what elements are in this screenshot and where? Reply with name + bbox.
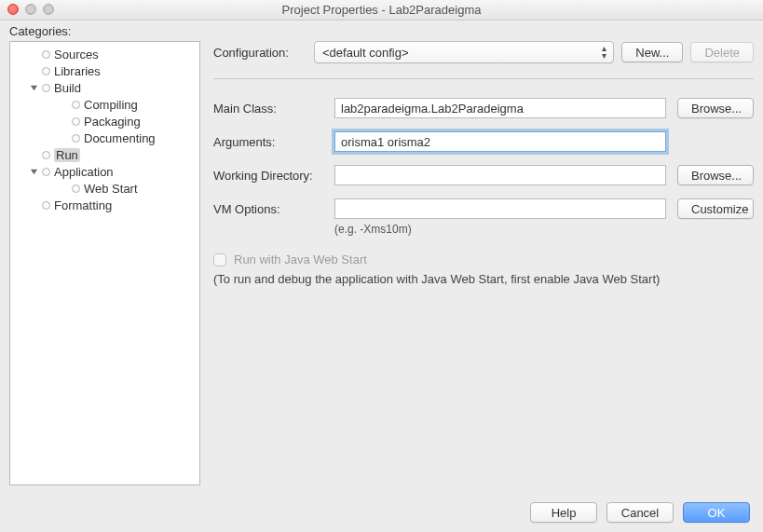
tree-item-build[interactable]: Build <box>10 79 199 96</box>
bullet-icon <box>42 151 50 159</box>
working-directory-input[interactable] <box>334 165 666 185</box>
arguments-input[interactable] <box>334 131 666 152</box>
delete-config-button: Delete <box>690 42 754 62</box>
tree-item-sources[interactable]: Sources <box>10 46 199 62</box>
tree-item-label: Compiling <box>84 98 138 112</box>
tree-item-documenting[interactable]: Documenting <box>10 130 199 146</box>
bullet-icon <box>42 67 50 75</box>
bullet-icon <box>72 117 80 126</box>
tree-item-label: Formatting <box>54 198 112 212</box>
main-pane: Configuration: <default config> ▴▾ New..… <box>213 41 754 485</box>
browse-workdir-button[interactable]: Browse... <box>677 165 754 185</box>
close-icon[interactable] <box>7 4 19 15</box>
tree-item-libraries[interactable]: Libraries <box>10 62 199 79</box>
vm-options-input[interactable] <box>334 198 666 219</box>
arguments-label: Arguments: <box>213 135 323 149</box>
categories-tree[interactable]: SourcesLibrariesBuildCompilingPackagingD… <box>9 41 200 485</box>
cancel-button[interactable]: Cancel <box>606 502 674 523</box>
twisty-placeholder <box>59 133 68 143</box>
vm-options-label: VM Options: <box>213 202 323 216</box>
webstart-checkbox-label: Run with Java Web Start <box>234 252 367 266</box>
main-class-input[interactable] <box>334 98 666 118</box>
webstart-note: (To run and debug the application with J… <box>213 272 754 286</box>
chevron-down-icon[interactable] <box>29 167 38 176</box>
tree-item-formatting[interactable]: Formatting <box>10 197 199 213</box>
configuration-selected: <default config> <box>322 46 409 60</box>
twisty-placeholder <box>29 66 38 75</box>
webstart-checkbox-row: Run with Java Web Start <box>213 252 754 266</box>
svg-marker-0 <box>30 85 36 89</box>
tree-item-application[interactable]: Application <box>10 163 199 180</box>
twisty-placeholder <box>59 100 68 109</box>
bullet-icon <box>72 134 80 143</box>
main-class-row: Main Class: Browse... <box>213 98 754 118</box>
bullet-icon <box>42 201 50 210</box>
configuration-combo[interactable]: <default config> ▴▾ <box>314 41 614 63</box>
bullet-icon <box>72 101 80 109</box>
twisty-placeholder <box>59 116 68 126</box>
new-config-button[interactable]: New... <box>621 42 683 62</box>
bullet-icon <box>42 168 50 176</box>
configuration-row: Configuration: <default config> ▴▾ New..… <box>213 41 754 79</box>
tree-item-web-start[interactable]: Web Start <box>10 180 199 197</box>
webstart-checkbox <box>213 253 226 266</box>
tree-item-run[interactable]: Run <box>10 146 199 163</box>
vm-options-row: VM Options: Customize <box>213 198 754 219</box>
tree-item-label: Libraries <box>54 64 101 78</box>
customize-vm-button[interactable]: Customize <box>677 198 754 219</box>
dialog-footer: Help Cancel OK <box>530 502 750 523</box>
working-directory-label: Working Directory: <box>213 169 323 183</box>
bullet-icon <box>42 84 50 92</box>
tree-item-label: Build <box>54 81 81 95</box>
minimize-icon <box>25 4 36 15</box>
ok-button[interactable]: OK <box>683 502 750 523</box>
twisty-placeholder <box>29 200 38 210</box>
tree-item-packaging[interactable]: Packaging <box>10 113 199 130</box>
help-button[interactable]: Help <box>530 502 597 523</box>
window-title: Project Properties - Lab2Paradeigma <box>282 3 482 17</box>
arguments-row: Arguments: <box>213 131 754 152</box>
categories-label: Categories: <box>9 24 71 38</box>
traffic-lights <box>7 4 54 15</box>
tree-item-compiling[interactable]: Compiling <box>10 96 199 113</box>
updown-icon: ▴▾ <box>602 45 606 60</box>
chevron-down-icon[interactable] <box>29 83 38 92</box>
tree-item-label: Application <box>54 165 114 179</box>
bullet-icon <box>72 184 80 193</box>
title-bar: Project Properties - Lab2Paradeigma <box>0 0 763 20</box>
main-class-label: Main Class: <box>213 102 323 116</box>
bullet-icon <box>42 50 50 59</box>
vm-options-hint: (e.g. -Xms10m) <box>334 223 754 236</box>
tree-item-label: Web Start <box>84 182 138 196</box>
tree-item-label: Run <box>54 148 80 162</box>
twisty-placeholder <box>29 150 38 159</box>
zoom-icon <box>43 4 54 15</box>
svg-marker-1 <box>30 169 36 173</box>
tree-item-label: Documenting <box>84 131 156 145</box>
configuration-label: Configuration: <box>213 46 307 60</box>
browse-main-class-button[interactable]: Browse... <box>677 98 754 118</box>
twisty-placeholder <box>29 49 38 59</box>
twisty-placeholder <box>59 184 68 193</box>
tree-item-label: Sources <box>54 48 99 61</box>
working-directory-row: Working Directory: Browse... <box>213 165 754 185</box>
tree-item-label: Packaging <box>84 115 141 129</box>
